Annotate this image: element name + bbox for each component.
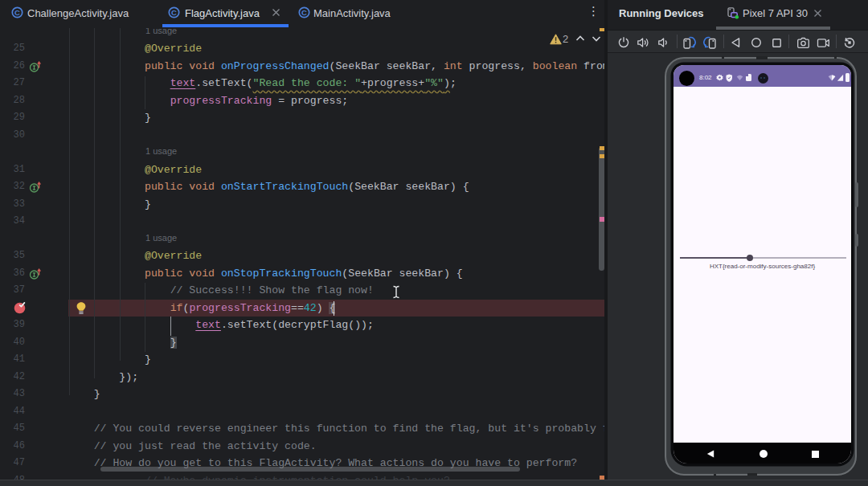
svg-text:C: C (301, 8, 307, 17)
svg-text:C: C (171, 8, 177, 17)
svg-text:C: C (14, 8, 20, 17)
